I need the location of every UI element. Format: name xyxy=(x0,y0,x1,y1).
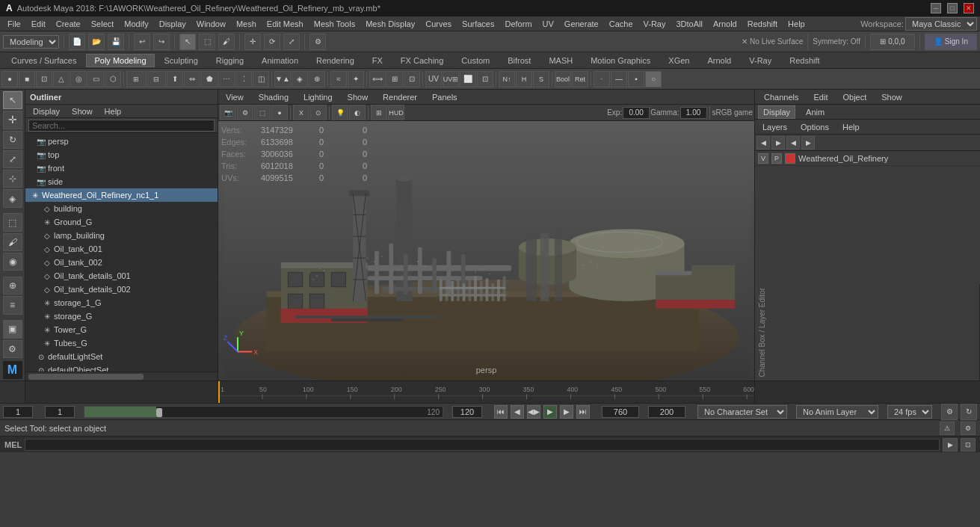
tab-fx-caching[interactable]: FX Caching xyxy=(392,54,452,67)
status-icon2[interactable]: ⚙ xyxy=(961,422,976,435)
open-scene-btn[interactable]: 📂 xyxy=(88,34,105,50)
bevel-btn[interactable]: ⬟ xyxy=(201,71,218,87)
disk-btn[interactable]: ⬡ xyxy=(105,71,121,87)
anim-prefs-btn[interactable]: ⚙ xyxy=(941,404,958,420)
loop-cut-btn[interactable]: ⋯ xyxy=(218,71,235,87)
rotate-btn[interactable]: ⟳ xyxy=(264,34,280,50)
vertex-mode-btn[interactable]: · xyxy=(594,71,610,87)
gamma-input[interactable] xyxy=(680,107,707,119)
vp-camera-attrs-btn[interactable]: ⚙ xyxy=(237,105,253,121)
menu-file[interactable]: File xyxy=(3,18,25,30)
vp-menu-shading[interactable]: Shading xyxy=(254,91,293,103)
outliner-help-menu[interactable]: Help xyxy=(100,105,126,117)
tree-default-object-set[interactable]: ⊙ defaultObjectSet xyxy=(25,363,218,372)
menu-surfaces[interactable]: Surfaces xyxy=(457,18,499,30)
uv-editor-btn[interactable]: UV xyxy=(425,71,442,87)
play-back-btn[interactable]: ◀▶ xyxy=(527,405,540,419)
weld-btn[interactable]: ◈ xyxy=(292,71,308,87)
tab-bifrost[interactable]: Bifrost xyxy=(499,54,539,67)
skip-to-start-btn[interactable]: ⏮ xyxy=(494,405,508,419)
cone-btn[interactable]: △ xyxy=(53,71,70,87)
paint-select-tool[interactable]: 🖌 xyxy=(3,233,22,251)
show-manipulator[interactable]: ◈ xyxy=(3,189,22,207)
script-editor-btn[interactable]: ⊡ xyxy=(961,438,976,452)
vp-menu-renderer[interactable]: Renderer xyxy=(378,91,422,103)
outliner-hscrollbar[interactable] xyxy=(25,372,218,380)
target-weld-btn[interactable]: ⊕ xyxy=(309,71,325,87)
tree-oil-tank-details-001[interactable]: ◇ Oil_tank_details_001 xyxy=(25,269,218,283)
workspace-dropdown[interactable]: Maya Classic xyxy=(905,17,977,31)
maximize-button[interactable]: □ xyxy=(947,3,958,13)
tab-curves-surfaces[interactable]: Curves / Surfaces xyxy=(3,54,84,67)
fps-dropdown[interactable]: 24 fps xyxy=(887,405,932,419)
plane-btn[interactable]: ▭ xyxy=(87,71,104,87)
tab-rigging[interactable]: Rigging xyxy=(208,54,252,67)
display-tab[interactable]: Display xyxy=(758,105,795,119)
timeline-ruler[interactable]: 1 50 100 150 200 250 300 350 400 450 xyxy=(218,381,754,403)
vp-xray-btn[interactable]: X xyxy=(293,105,309,121)
select-btn[interactable]: ↖ xyxy=(179,34,196,50)
vp-menu-view[interactable]: View xyxy=(221,91,248,103)
soften-btn[interactable]: S xyxy=(533,71,549,87)
move-btn[interactable]: ✛ xyxy=(244,34,261,50)
current-frame-input[interactable] xyxy=(3,406,33,418)
step-back-btn[interactable]: ◀ xyxy=(511,405,524,419)
tab-fx[interactable]: FX xyxy=(364,54,391,67)
step-forward-btn[interactable]: ▶ xyxy=(560,405,573,419)
outliner-show-menu[interactable]: Show xyxy=(67,105,97,117)
no-anim-layer-dropdown[interactable]: No Anim Layer xyxy=(796,405,878,419)
display-layers-btn[interactable]: ▣ xyxy=(3,320,22,338)
minimize-button[interactable]: ─ xyxy=(931,3,941,13)
mode-dropdown[interactable]: Modeling xyxy=(3,35,59,49)
layer-vis-toggle[interactable]: V xyxy=(758,153,768,164)
tree-storage-1-g[interactable]: ✳ storage_1_G xyxy=(25,296,218,309)
menu-generate[interactable]: Generate xyxy=(560,18,603,30)
play-forward-btn[interactable]: ▶ xyxy=(543,405,557,419)
tree-oil-tank-details-002[interactable]: ◇ Oil_tank_details_002 xyxy=(25,283,218,296)
render-settings-tool[interactable]: ⚙ xyxy=(3,340,22,358)
vp-smooth-btn[interactable]: ● xyxy=(271,105,288,121)
menu-create[interactable]: Create xyxy=(52,18,85,30)
merge-btn[interactable]: ▼▲ xyxy=(274,71,291,87)
render-settings-btn[interactable]: ⚙ xyxy=(309,34,326,50)
tab-mash[interactable]: MASH xyxy=(540,54,581,67)
vp-menu-panels[interactable]: Panels xyxy=(428,91,462,103)
show-menu[interactable]: Show xyxy=(877,91,907,103)
mel-input[interactable] xyxy=(25,439,940,451)
menu-vray[interactable]: V-Ray xyxy=(639,18,671,30)
menu-edit-mesh[interactable]: Edit Mesh xyxy=(262,18,308,30)
layer-scroll-left[interactable]: ◀ xyxy=(756,136,770,150)
max-time-input[interactable] xyxy=(602,406,639,418)
tree-ground-g[interactable]: ✳ Ground_G xyxy=(25,215,218,229)
sphere-btn[interactable]: ● xyxy=(1,71,18,87)
lasso-select-tool[interactable]: ⬚ xyxy=(3,213,22,231)
tree-persp[interactable]: 📷 persp xyxy=(25,135,218,148)
vp-wireframe-btn[interactable]: ⬚ xyxy=(254,105,271,121)
outliner-display-menu[interactable]: Display xyxy=(28,105,64,117)
paint-btn[interactable]: 🖌 xyxy=(218,34,235,50)
layer-playback-toggle[interactable]: P xyxy=(771,153,782,164)
tree-oil-tank-001[interactable]: ◇ Oil_tank_001 xyxy=(25,242,218,256)
titlebar-controls[interactable]: ─ □ ✕ xyxy=(931,3,974,13)
select-tool[interactable]: ↖ xyxy=(3,91,22,109)
lasso-btn[interactable]: ⬚ xyxy=(199,34,215,50)
vp-light-btn[interactable]: 💡 xyxy=(332,105,348,121)
viewport-canvas[interactable]: Verts: 3147329 0 0 Edges: 6133698 0 0 Fa… xyxy=(218,121,754,380)
tree-side[interactable]: 📷 side xyxy=(25,175,218,188)
sculpt-btn[interactable]: ✦ xyxy=(348,71,364,87)
vp-menu-show[interactable]: Show xyxy=(343,91,373,103)
playback-thumb[interactable] xyxy=(156,408,162,417)
smooth-btn[interactable]: ≈ xyxy=(330,71,347,87)
exposure-input[interactable] xyxy=(623,107,650,119)
tree-tower-g[interactable]: ✳ Tower_G xyxy=(25,323,218,336)
extrude-btn[interactable]: ⬆ xyxy=(167,71,183,87)
tab-poly-modeling[interactable]: Poly Modeling xyxy=(86,54,154,67)
options-menu[interactable]: Options xyxy=(796,121,833,133)
vp-isolate-btn[interactable]: ⊙ xyxy=(310,105,327,121)
move-tool[interactable]: ✛ xyxy=(3,111,22,129)
no-char-set-dropdown[interactable]: No Character Set xyxy=(697,405,787,419)
tab-arnold[interactable]: Arnold xyxy=(699,54,739,67)
normal-btn[interactable]: N↑ xyxy=(499,71,515,87)
tree-building[interactable]: ◇ building xyxy=(25,202,218,215)
menu-deform[interactable]: Deform xyxy=(500,18,536,30)
